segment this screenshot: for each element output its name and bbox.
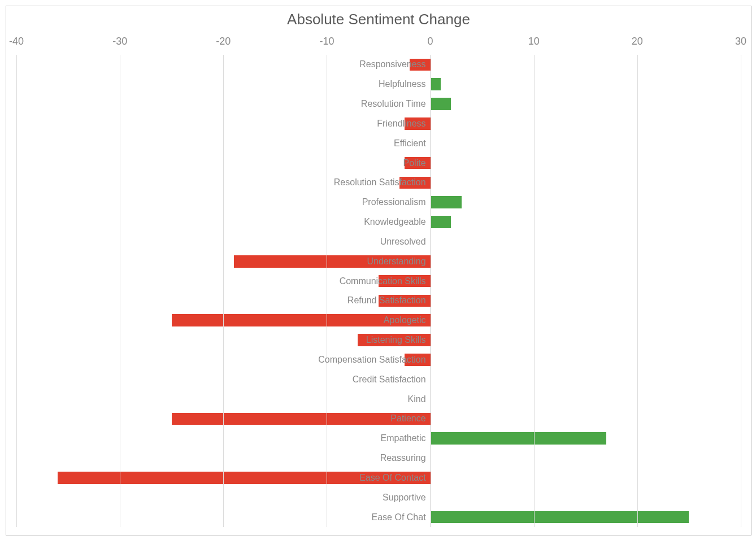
bar-row: Communication Skills	[16, 271, 741, 291]
x-tick-label: -30	[112, 36, 127, 47]
x-tick-label: 0	[428, 36, 433, 47]
category-label: Understanding	[367, 256, 426, 267]
x-tick-label: -10	[319, 36, 334, 47]
category-label: Responsiveness	[359, 59, 425, 69]
bar-row: Compensation Satisfaction	[16, 350, 741, 370]
bar	[431, 98, 451, 110]
bar	[431, 432, 606, 445]
category-label: Empathetic	[381, 433, 426, 443]
bar-row: Kind	[16, 389, 741, 409]
category-label: Apologetic	[384, 315, 426, 325]
category-label: Helpfulness	[379, 79, 426, 89]
gridline	[16, 55, 17, 527]
category-label: Reassuring	[380, 453, 426, 463]
bar-row: Supportive	[16, 487, 741, 507]
category-label: Supportive	[383, 493, 426, 503]
category-label: Kind	[408, 394, 426, 404]
category-label: Patience	[390, 413, 425, 424]
bar-row: Ease Of Contact	[16, 468, 741, 488]
category-label: Ease Of Contact	[359, 473, 425, 483]
x-tick-label: -20	[216, 36, 231, 47]
x-tick-label: 20	[632, 36, 643, 47]
bar-row: Empathetic	[16, 429, 741, 448]
x-tick-label: -40	[9, 36, 24, 47]
category-label: Listening Skills	[366, 335, 426, 345]
gridline	[223, 55, 224, 527]
category-label: Polite	[403, 158, 426, 168]
bar-row: Patience	[16, 409, 741, 429]
category-label: Efficient	[394, 138, 426, 149]
bar-row: Professionalism	[16, 193, 741, 212]
category-label: Refund Satisfaction	[347, 295, 426, 306]
bar-row: Efficient	[16, 133, 741, 153]
bar-row: Friendliness	[16, 114, 741, 134]
plot-area: ResponsivenessHelpfulnessResolution Time…	[16, 55, 741, 527]
bar-row: Understanding	[16, 251, 741, 271]
category-label: Resolution Satisfaction	[334, 177, 426, 188]
bar-rows: ResponsivenessHelpfulnessResolution Time…	[16, 55, 741, 527]
bar-row: Knowledgeable	[16, 212, 741, 232]
bar-row: Ease Of Chat	[16, 507, 741, 527]
category-label: Credit Satisfaction	[353, 374, 426, 385]
x-tick-label: 10	[528, 36, 540, 47]
category-label: Professionalism	[362, 197, 426, 207]
bar-row: Resolution Satisfaction	[16, 173, 741, 193]
sentiment-bar-chart: Absolute Sentiment Change -40-30-20-1001…	[6, 6, 751, 535]
gridline	[120, 55, 120, 527]
category-label: Resolution Time	[361, 99, 426, 109]
gridline	[327, 55, 327, 527]
x-tick-label: 30	[735, 36, 746, 47]
bar-row: Responsiveness	[16, 55, 741, 75]
bar-row: Helpfulness	[16, 75, 741, 94]
category-label: Knowledgeable	[364, 217, 425, 227]
category-label: Unresolved	[380, 237, 426, 247]
bar	[431, 511, 689, 524]
bar-row: Polite	[16, 153, 741, 173]
bar-row: Refund Satisfaction	[16, 291, 741, 311]
bar-row: Listening Skills	[16, 330, 741, 350]
bar	[431, 78, 441, 90]
gridline	[741, 55, 741, 527]
bar-row: Reassuring	[16, 448, 741, 468]
bar	[431, 216, 451, 228]
bar-row: Unresolved	[16, 232, 741, 252]
bar	[431, 196, 462, 208]
bar-row: Credit Satisfaction	[16, 369, 741, 389]
category-label: Friendliness	[377, 119, 425, 129]
gridline	[431, 55, 431, 527]
bar-row: Resolution Time	[16, 94, 741, 114]
gridline	[534, 55, 535, 527]
category-label: Communication Skills	[340, 276, 426, 286]
x-axis-tick-labels: -40-30-20-100102030	[6, 36, 751, 48]
gridline	[637, 55, 638, 527]
category-label: Ease Of Chat	[372, 512, 426, 522]
category-label: Compensation Satisfaction	[318, 355, 425, 365]
bar-row: Apologetic	[16, 311, 741, 330]
chart-title: Absolute Sentiment Change	[6, 11, 751, 28]
